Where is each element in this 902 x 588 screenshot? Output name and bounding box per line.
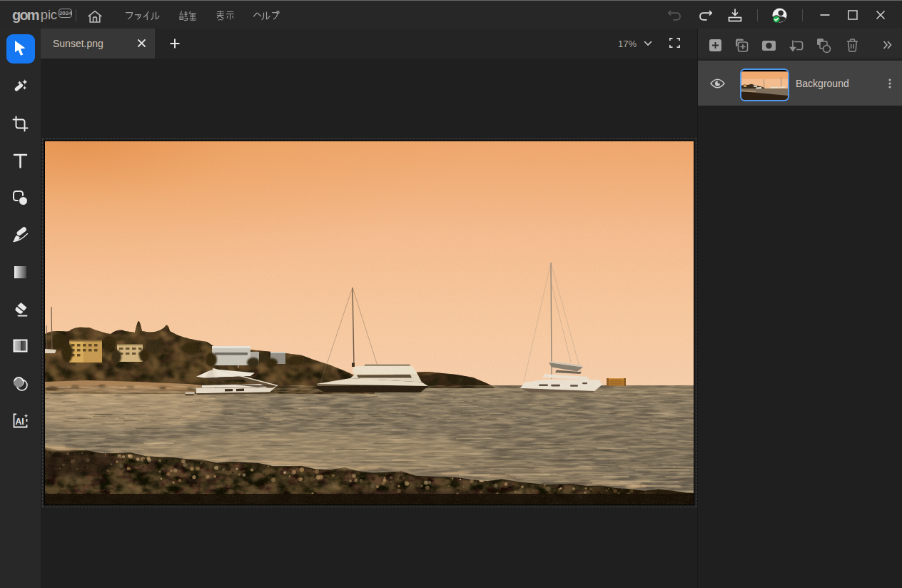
svg-text:AI: AI: [16, 417, 24, 427]
